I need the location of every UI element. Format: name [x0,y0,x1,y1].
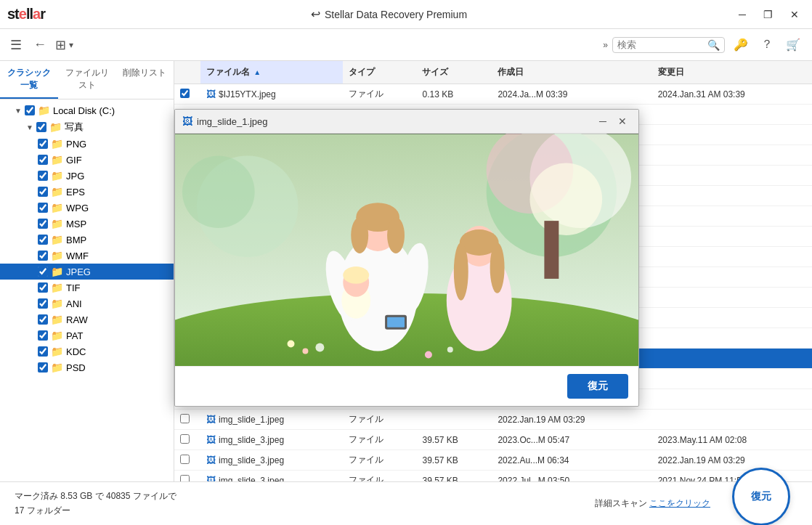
tree-item-wmf[interactable]: 📁 WMF [0,248,174,264]
view-toggle[interactable]: ⊞ ▾ [55,37,73,53]
table-row[interactable]: 🖼img_slide_3.jpeg ファイル 39.57 KB 2023.Oc.… [174,430,812,450]
label-wpg: WPG [66,203,89,213]
checkbox-gif[interactable] [38,155,48,165]
tree-item-gif[interactable]: 📁 GIF [0,152,174,168]
label-ani: ANI [66,298,82,309]
tree-item-ani[interactable]: 📁 ANI [0,296,174,312]
row-checkbox[interactable] [180,89,190,98]
tree-item-msp[interactable]: 📁 MSP [0,216,174,232]
file-modified [652,308,812,328]
tab-classic[interactable]: クラシック一覧 [0,61,58,99]
svg-point-13 [387,217,405,253]
checkbox-bmp[interactable] [38,235,48,245]
sort-arrow: ▲ [253,68,261,76]
help-button[interactable]: ？ [757,34,777,55]
close-button[interactable]: ✕ [784,7,805,22]
svg-point-23 [490,243,505,293]
checkbox-tif[interactable] [38,282,48,293]
checkbox-pat[interactable] [38,330,48,341]
sidebar: クラシック一覧 ファイルリスト 削除リスト ▼ 📁 Local Disk (C:… [0,61,174,481]
file-modified [652,145,812,166]
file-size: 39.57 KB [416,450,492,471]
file-modified: 2023.May.11 AM 02:08 [652,430,812,450]
search-input[interactable] [617,39,705,50]
forward-label: » [603,40,608,50]
tree: ▼ 📁 Local Disk (C:) ▼ 📁 写真 📁 PNG 📁 [0,99,174,378]
folder-icon-bmp: 📁 [51,234,63,245]
tree-item-tif[interactable]: 📁 TIF [0,280,174,296]
label-eps: EPS [66,187,85,198]
tree-item-raw[interactable]: 📁 RAW [0,312,174,327]
restore-button[interactable]: ❐ [758,7,779,22]
restore-circle-label: 復元 [751,490,771,503]
checkbox-wpg[interactable] [38,203,48,213]
checkbox-eps[interactable] [38,187,48,197]
tree-item-wpg[interactable]: 📁 WPG [0,200,174,216]
tree-item-eps[interactable]: 📁 EPS [0,184,174,200]
table-row[interactable]: 🖼img_slide_3.jpeg ファイル 39.57 KB 2022.Au.… [174,450,812,471]
label-photos: 写真 [65,121,84,134]
modal-minimize-button[interactable]: ─ [595,114,611,129]
checkbox-raw[interactable] [38,314,48,325]
key-button[interactable]: 🔑 [729,35,752,54]
file-type: ファイル [343,471,417,482]
checkbox-local-disk[interactable] [25,105,35,115]
tree-item-psd[interactable]: 📁 PSD [0,359,174,375]
checkbox-photos[interactable] [36,122,46,132]
folder-icon-eps: 📁 [51,186,63,198]
label-local-disk: Local Disk (C:) [53,105,115,116]
file-type: ファイル [343,430,417,450]
col-modified[interactable]: 変更日 [652,61,812,84]
search-icon: 🔍 [707,39,720,51]
table-row[interactable]: 🖼$IJ15YTX.jpeg ファイル 0.13 KB 2024.Ja...M … [174,84,812,105]
tab-filelist[interactable]: ファイルリスト [58,61,116,99]
modal-close-button[interactable]: ✕ [614,114,631,129]
col-size[interactable]: サイズ [416,61,492,84]
file-type: ファイル [343,84,417,105]
click-link[interactable]: ここをクリック [649,498,710,508]
folder-icon: 📁 [38,105,50,116]
modal-restore-button[interactable]: 復元 [567,374,628,399]
row-checkbox[interactable] [180,475,190,482]
checkbox-psd[interactable] [38,362,48,373]
tab-deleted[interactable]: 削除リスト [115,61,174,99]
menu-button[interactable]: ☰ [7,34,25,56]
row-checkbox[interactable] [180,455,190,464]
tree-item-png[interactable]: 📁 PNG [0,136,174,152]
folder-icon-ani: 📁 [51,298,63,309]
file-name: img_slide_3.jpeg [219,435,284,445]
row-checkbox[interactable] [180,434,190,444]
cart-button[interactable]: 🛒 [781,35,805,54]
minimize-button[interactable]: ─ [733,7,752,22]
label-msp: MSP [66,219,86,229]
col-type[interactable]: タイプ [343,61,417,84]
folder-icon-wmf: 📁 [51,250,63,261]
label-jpeg: JPEG [66,266,91,277]
file-size: 0.13 KB [416,84,492,105]
tree-item-kdc[interactable]: 📁 KDC [0,343,174,359]
table-row[interactable]: 🖼img_slide_1.jpeg ファイル 2022.Jan.19 AM 03… [174,410,812,430]
tree-item-bmp[interactable]: 📁 BMP [0,232,174,248]
tree-item-local-disk[interactable]: ▼ 📁 Local Disk (C:) [0,102,174,118]
back-button[interactable]: ← [31,34,49,55]
svg-point-22 [454,243,468,301]
checkbox-jpg[interactable] [38,171,48,181]
folder-icon-pat: 📁 [51,330,63,341]
restore-circle-button[interactable]: 復元 [732,468,790,526]
checkbox-png[interactable] [38,139,48,149]
table-row[interactable]: 🖼img_slide_3.jpeg ファイル 39.57 KB 2022.Jul… [174,471,812,482]
checkbox-ani[interactable] [38,298,48,309]
tree-item-jpg[interactable]: 📁 JPG [0,168,174,184]
label-pat: PAT [66,330,83,341]
checkbox-msp[interactable] [38,219,48,229]
checkbox-kdc[interactable] [38,346,48,357]
col-created[interactable]: 作成日 [492,61,651,84]
checkbox-jpeg[interactable] [38,266,48,277]
tree-item-jpeg[interactable]: 📁 JPEG [0,264,174,280]
row-checkbox[interactable] [180,414,190,423]
col-filename[interactable]: ファイル名 ▲ [200,61,343,84]
file-icon: 🖼 [206,414,216,425]
tree-item-photos[interactable]: ▼ 📁 写真 [0,118,174,136]
tree-item-pat[interactable]: 📁 PAT [0,327,174,343]
checkbox-wmf[interactable] [38,251,48,261]
